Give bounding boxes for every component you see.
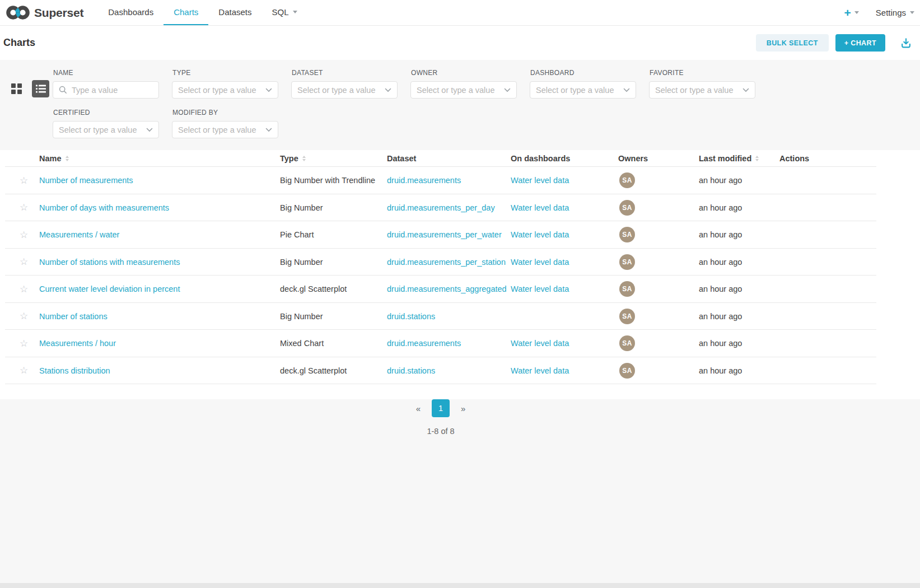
dashboard-link[interactable]: Water level data <box>511 176 569 185</box>
favorite-cell: ☆ <box>0 366 39 375</box>
new-menu-button[interactable]: + <box>844 7 859 18</box>
list-view-toggle[interactable] <box>32 80 49 97</box>
type-cell: Big Number <box>280 258 387 267</box>
star-icon[interactable]: ☆ <box>20 284 28 295</box>
owners-cell: SA <box>618 363 699 379</box>
favorite-cell: ☆ <box>0 176 39 185</box>
star-icon[interactable]: ☆ <box>20 311 28 321</box>
dashboards-cell: Water level data <box>511 203 618 212</box>
table-row: ☆Number of days with measurementsBig Num… <box>0 194 920 222</box>
star-icon[interactable]: ☆ <box>20 175 28 186</box>
type-cell: Big Number <box>280 312 387 321</box>
chart-name-link[interactable]: Measurements / hour <box>39 339 116 348</box>
new-chart-button[interactable]: + CHART <box>835 34 885 52</box>
chevron-down-icon <box>265 128 272 132</box>
column-header-label: Owners <box>618 154 648 163</box>
type-filter-control[interactable]: Select or type a value <box>172 81 278 99</box>
chart-name-link[interactable]: Measurements / water <box>39 230 119 239</box>
card-view-toggle[interactable] <box>8 80 25 97</box>
star-icon[interactable]: ☆ <box>20 256 28 267</box>
brand[interactable]: Superset <box>6 0 91 25</box>
name-cell: Number of stations with measurements <box>39 258 280 267</box>
star-icon[interactable]: ☆ <box>20 365 28 376</box>
sort-icon <box>755 156 759 161</box>
dataset-link[interactable]: druid.measurements_per_day <box>387 203 495 212</box>
dataset-link[interactable]: druid.stations <box>387 312 435 321</box>
name-cell: Measurements / hour <box>39 339 280 348</box>
bulk-select-button[interactable]: BULK SELECT <box>756 34 829 52</box>
dataset-link[interactable]: druid.measurements_per_station <box>387 258 506 267</box>
name-cell: Number of stations <box>39 312 280 321</box>
chart-name-link[interactable]: Number of stations <box>39 312 108 321</box>
column-header-type[interactable]: Type <box>280 154 387 163</box>
column-header-last-modified[interactable]: Last modified <box>699 154 779 163</box>
owner-avatar: SA <box>619 309 635 324</box>
horizontal-scrollbar[interactable] <box>0 583 920 588</box>
owner-filter-control[interactable]: Select or type a value <box>410 81 517 99</box>
dashboard-link[interactable]: Water level data <box>511 258 569 267</box>
filter-label: DASHBOARD <box>530 69 636 77</box>
dashboard-link[interactable]: Water level data <box>511 230 569 239</box>
owner-avatar: SA <box>619 281 635 297</box>
certified-filter-control[interactable]: Select or type a value <box>53 121 159 138</box>
chart-name-link[interactable]: Number of days with measurements <box>39 203 169 212</box>
dashboards-cell: Water level data <box>511 339 618 348</box>
modified-by-filter-control[interactable]: Select or type a value <box>172 121 278 138</box>
dataset-link[interactable]: druid.measurements <box>387 339 461 348</box>
dataset-link[interactable]: druid.measurements_aggregated <box>387 284 507 293</box>
nav-item-dashboards[interactable]: Dashboards <box>98 0 164 25</box>
dashboard-link[interactable]: Water level data <box>511 366 569 375</box>
dataset-cell: druid.measurements_aggregated <box>387 284 511 293</box>
column-header-actions: Actions <box>779 154 920 163</box>
filter-bar: NAMETYPESelect or type a valueDATASETSel… <box>0 60 920 150</box>
favorite-filter-control[interactable]: Select or type a value <box>649 81 755 99</box>
pagination-summary: 1-8 of 8 <box>0 427 881 436</box>
dataset-link[interactable]: druid.measurements <box>387 176 461 185</box>
filter-placeholder: Select or type a value <box>59 125 146 134</box>
name-filter-control[interactable] <box>53 81 159 99</box>
dashboard-link[interactable]: Water level data <box>511 284 569 293</box>
export-charts-button[interactable] <box>900 37 912 49</box>
pagination-page-1[interactable]: 1 <box>432 399 450 417</box>
star-icon[interactable]: ☆ <box>20 338 28 349</box>
dashboards-cell: Water level data <box>511 230 618 239</box>
chevron-down-icon <box>623 88 630 92</box>
star-icon[interactable]: ☆ <box>20 230 28 240</box>
nav-item-sql[interactable]: SQL <box>262 0 307 25</box>
search-icon <box>59 86 67 94</box>
dataset-link[interactable]: druid.measurements_per_water <box>387 230 502 239</box>
filter-placeholder: Select or type a value <box>297 86 385 95</box>
pagination-prev-button[interactable]: « <box>413 402 424 416</box>
chart-name-link[interactable]: Number of stations with measurements <box>39 258 180 267</box>
dashboard-filter-control[interactable]: Select or type a value <box>530 81 636 99</box>
chart-name-link[interactable]: Stations distribution <box>39 366 110 375</box>
name-filter-input[interactable] <box>72 86 153 95</box>
top-navbar: Superset DashboardsChartsDatasetsSQL + S… <box>0 0 920 26</box>
table-row: ☆Current water level deviation in percen… <box>0 276 920 303</box>
dashboard-link[interactable]: Water level data <box>511 203 569 212</box>
last-modified-cell: an hour ago <box>699 312 779 321</box>
download-icon <box>900 37 912 49</box>
name-cell: Measurements / water <box>39 230 280 239</box>
star-icon[interactable]: ☆ <box>20 202 28 213</box>
column-header-on-dashboards: On dashboards <box>511 154 618 163</box>
column-header-name[interactable]: Name <box>39 154 280 163</box>
pagination-next-button[interactable]: » <box>457 402 469 416</box>
dataset-link[interactable]: druid.stations <box>387 366 435 375</box>
last-modified-cell: an hour ago <box>699 230 779 239</box>
view-mode-toggle <box>8 80 49 97</box>
favorite-cell: ☆ <box>0 311 39 321</box>
chart-name-link[interactable]: Number of measurements <box>39 176 133 185</box>
header-actions: BULK SELECT + CHART <box>756 34 912 52</box>
nav-item-charts[interactable]: Charts <box>164 0 208 25</box>
settings-menu-button[interactable]: Settings <box>876 8 914 17</box>
filter-placeholder: Select or type a value <box>417 86 504 95</box>
dataset-filter-control[interactable]: Select or type a value <box>291 81 398 99</box>
dashboard-link[interactable]: Water level data <box>511 339 569 348</box>
filter-placeholder: Select or type a value <box>178 125 265 134</box>
nav-item-datasets[interactable]: Datasets <box>208 0 261 25</box>
owners-cell: SA <box>618 281 699 297</box>
name-cell: Number of measurements <box>39 176 280 185</box>
chart-name-link[interactable]: Current water level deviation in percent <box>39 284 180 293</box>
column-header-dataset: Dataset <box>387 154 511 163</box>
